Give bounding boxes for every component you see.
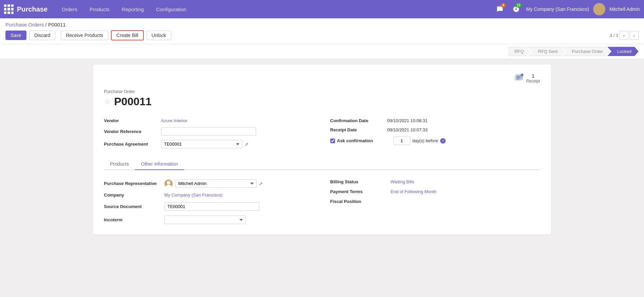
receipt-date-value: 09/10/2021 10:07:33: [387, 127, 428, 132]
billing-status-label: Billing Status: [330, 179, 388, 184]
purchase-agreement-select[interactable]: TE00001: [161, 140, 242, 148]
svg-text:1: 1: [522, 74, 523, 76]
rep-avatar: [164, 180, 173, 188]
menu-products[interactable]: Products: [83, 0, 116, 18]
payment-terms-row: Payment Terms End of Following Month: [330, 187, 540, 197]
purchase-rep-row: Purchase Representative Mitchell Admin ➚: [104, 177, 314, 190]
status-bar: RFQ RFQ Sent Purchase Order Locked: [0, 44, 644, 59]
step-rfq[interactable]: RFQ: [509, 47, 531, 56]
next-record-button[interactable]: ›: [630, 31, 639, 40]
company-value[interactable]: My Company (San Francisco): [164, 192, 223, 198]
vendor-ref-row: Vendor Reference: [104, 125, 314, 138]
purchase-agreement-select-row: TE00001 ➚: [161, 140, 249, 148]
step-locked[interactable]: Locked: [607, 47, 639, 56]
menu-orders[interactable]: Orders: [56, 0, 83, 18]
confirmation-date-value: 09/10/2021 10:08:31: [387, 118, 428, 123]
other-info-right: Billing Status Waiting Bills Payment Ter…: [330, 177, 540, 226]
form-fields: Vendor Azure Interior Vendor Reference P…: [104, 116, 540, 150]
chat-badge: 4: [501, 3, 506, 7]
form-title-section: Purchase Order ☆ P00011: [104, 89, 540, 108]
form-right-col: Confirmation Date 09/10/2021 10:08:31 Re…: [330, 116, 540, 150]
days-before-input[interactable]: [393, 136, 410, 145]
ask-confirmation-row: Ask confirmation day(s) before i: [330, 134, 540, 147]
save-button[interactable]: Save: [5, 31, 26, 40]
apps-grid-icon[interactable]: [4, 4, 14, 14]
unlock-button[interactable]: Unlock: [147, 31, 171, 40]
breadcrumb: Purchase Orders / P00011: [5, 22, 639, 27]
toolbar: Save Discard Receive Products Create Bil…: [5, 30, 639, 44]
billing-status-value[interactable]: Waiting Bills: [391, 179, 414, 184]
page-header: Purchase Orders / P00011 Save Discard Re…: [0, 18, 644, 44]
receipt-label: Receipt: [526, 79, 540, 83]
source-doc-input[interactable]: [164, 202, 259, 211]
receipt-badge[interactable]: 1 1 Receipt: [513, 73, 540, 83]
billing-status-row: Billing Status Waiting Bills: [330, 177, 540, 187]
confirmation-date-label: Confirmation Date: [330, 118, 385, 123]
vendor-row: Vendor Azure Interior: [104, 116, 314, 125]
menu-configuration[interactable]: Configuration: [150, 0, 192, 18]
vendor-ref-label: Vendor Reference: [104, 129, 158, 134]
app-name[interactable]: Purchase: [17, 5, 47, 13]
step-rfq-sent[interactable]: RFQ Sent: [528, 47, 565, 56]
incoterm-select[interactable]: [164, 216, 246, 224]
purchase-agreement-row: Purchase Agreement TE00001 ➚: [104, 138, 314, 150]
form-type-label: Purchase Order: [104, 89, 540, 94]
pagination-text: 3 / 3: [610, 33, 618, 38]
vendor-label: Vendor: [104, 118, 158, 123]
days-before-label: day(s) before: [412, 138, 438, 143]
vendor-ref-input[interactable]: [161, 127, 256, 136]
vendor-value[interactable]: Azure Interior: [161, 118, 188, 123]
top-navigation: Purchase Orders Products Reporting Confi…: [0, 0, 644, 18]
purchase-rep-select[interactable]: Mitchell Admin: [175, 179, 257, 188]
company-row: Company My Company (San Francisco): [104, 190, 314, 200]
user-avatar[interactable]: [593, 3, 605, 15]
info-icon[interactable]: i: [440, 138, 446, 144]
activity-icon-btn[interactable]: 23: [510, 3, 522, 15]
chat-icon-btn[interactable]: 4: [494, 3, 506, 15]
tab-other-information[interactable]: Other Information: [135, 159, 184, 170]
fiscal-position-label: Fiscal Position: [330, 199, 388, 204]
main-content: 1 1 Receipt Purchase Order ☆ P00011 Vend…: [0, 59, 644, 297]
other-info-grid: Purchase Representative Mitchell Admin ➚…: [104, 177, 540, 226]
activity-badge: 23: [515, 3, 522, 7]
other-info-left: Purchase Representative Mitchell Admin ➚…: [104, 177, 314, 226]
incoterm-label: Incoterm: [104, 217, 162, 222]
step-purchase-order[interactable]: Purchase Order: [562, 47, 610, 56]
fiscal-position-row: Fiscal Position: [330, 197, 540, 206]
ask-confirmation-checkbox[interactable]: [330, 138, 335, 143]
menu-reporting[interactable]: Reporting: [116, 0, 150, 18]
payment-terms-label: Payment Terms: [330, 189, 388, 194]
favorite-star-icon[interactable]: ☆: [104, 97, 111, 106]
payment-terms-value[interactable]: End of Following Month: [391, 189, 437, 194]
user-name[interactable]: Mitchell Admin: [609, 6, 640, 12]
receipt-count: 1: [526, 73, 540, 79]
tab-products[interactable]: Products: [104, 159, 135, 170]
form-card: 1 1 Receipt Purchase Order ☆ P00011 Vend…: [93, 64, 551, 235]
prev-record-button[interactable]: ‹: [620, 31, 628, 40]
breadcrumb-current: P00011: [48, 22, 66, 27]
form-left-col: Vendor Azure Interior Vendor Reference P…: [104, 116, 314, 150]
status-steps: RFQ RFQ Sent Purchase Order Locked: [509, 47, 639, 56]
purchase-agreement-ext-link[interactable]: ➚: [245, 142, 249, 147]
source-doc-label: Source Document: [104, 204, 162, 209]
order-number: P00011: [114, 95, 152, 108]
purchase-agreement-label: Purchase Agreement: [104, 142, 158, 147]
svg-point-7: [166, 185, 171, 188]
create-bill-button[interactable]: Create Bill: [111, 30, 144, 40]
svg-point-0: [597, 5, 602, 11]
topnav-right: 4 23 My Company (San Francisco) Mitchell…: [494, 3, 640, 15]
pagination: 3 / 3 ‹ ›: [610, 31, 639, 40]
purchase-rep-ext-link[interactable]: ➚: [259, 181, 263, 186]
company-name[interactable]: My Company (San Francisco): [526, 6, 589, 12]
main-menu: Orders Products Reporting Configuration: [56, 0, 494, 18]
confirmation-date-row: Confirmation Date 09/10/2021 10:08:31: [330, 116, 540, 125]
receipt-date-row: Receipt Date 09/10/2021 10:07:33: [330, 125, 540, 134]
source-doc-row: Source Document: [104, 200, 314, 213]
incoterm-row: Incoterm: [104, 213, 314, 226]
discard-button[interactable]: Discard: [29, 31, 55, 40]
svg-point-1: [595, 11, 603, 15]
receive-products-button[interactable]: Receive Products: [61, 31, 108, 40]
tabs: Products Other Information: [104, 159, 540, 170]
breadcrumb-parent[interactable]: Purchase Orders: [5, 22, 44, 27]
receipt-date-label: Receipt Date: [330, 127, 385, 132]
